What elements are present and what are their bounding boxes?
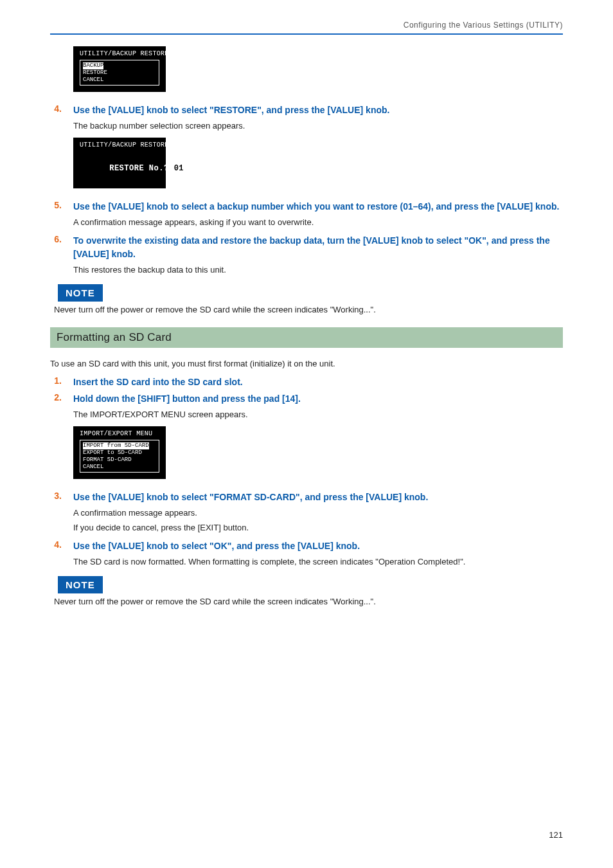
step-description: The backup number selection screen appea… xyxy=(73,120,563,132)
lcd-restore-label: RESTORE No.? xyxy=(109,164,168,173)
step-number: 2. xyxy=(50,392,62,405)
section-heading-format-sd: Formatting an SD Card xyxy=(50,327,563,348)
lcd-title: UTILITY/BACKUP RESTORE xyxy=(80,141,159,149)
step-5: 5. Use the [VALUE] knob to select a back… xyxy=(50,200,563,213)
page-number: 121 xyxy=(549,830,563,840)
step-number: 5. xyxy=(50,200,62,213)
step-instruction: Use the [VALUE] knob to select a backup … xyxy=(73,200,563,213)
step-instruction: Hold down the [SHIFT] button and press t… xyxy=(73,392,563,405)
step-instruction: Use the [VALUE] knob to select "FORMAT S… xyxy=(73,491,563,503)
lcd-menu-item: IMPORT from SD-CARD xyxy=(83,442,149,449)
step-instruction: To overwrite the existing data and resto… xyxy=(73,234,563,260)
step-number: 4. xyxy=(50,539,62,552)
step-s3: 3. Use the [VALUE] knob to select "FORMA… xyxy=(50,491,563,503)
step-s2: 2. Hold down the [SHIFT] button and pres… xyxy=(50,392,563,405)
lcd-restore-value: 01 xyxy=(173,164,185,173)
step-number: 6. xyxy=(50,234,62,260)
note-text: Never turn off the power or remove the S… xyxy=(54,304,563,316)
note-text: Never turn off the power or remove the S… xyxy=(54,596,563,608)
step-instruction: Use the [VALUE] knob to select "RESTORE"… xyxy=(73,104,563,116)
note-badge: NOTE xyxy=(58,576,103,593)
step-description: The SD card is now formatted. When forma… xyxy=(73,556,563,568)
step-4: 4. Use the [VALUE] knob to select "RESTO… xyxy=(50,104,563,116)
step-instruction: Use the [VALUE] knob to select "OK", and… xyxy=(73,539,563,552)
note-badge: NOTE xyxy=(58,284,103,302)
step-number: 4. xyxy=(50,104,62,116)
header-breadcrumb: Configuring the Various Settings (UTILIT… xyxy=(50,21,563,30)
lcd-title: UTILITY/BACKUP RESTORE xyxy=(80,50,159,57)
step-description: The IMPORT/EXPORT MENU screen appears. xyxy=(73,409,563,421)
step-s1: 1. Insert the SD card into the SD card s… xyxy=(50,375,563,388)
lcd-menu-item: BACKUP xyxy=(83,62,103,69)
section-intro: To use an SD card with this unit, you mu… xyxy=(50,358,563,370)
lcd-menu-item: RESTORE xyxy=(83,69,156,77)
step-instruction: Insert the SD card into the SD card slot… xyxy=(73,375,563,388)
lcd-import-export-menu: IMPORT/EXPORT MENU IMPORT from SD-CARD E… xyxy=(73,426,166,479)
lcd-title: IMPORT/EXPORT MENU xyxy=(80,430,159,437)
step-description: This restores the backup data to this un… xyxy=(73,264,563,276)
lcd-menu-item: CANCEL xyxy=(83,77,156,84)
step-description: A confirmation message appears. xyxy=(73,507,563,520)
step-description: A confirmation message appears, asking i… xyxy=(73,217,563,229)
lcd-menu-item: FORMAT SD-CARD xyxy=(83,457,156,464)
step-description: If you decide to cancel, press the [EXIT… xyxy=(73,522,563,534)
step-6: 6. To overwrite the existing data and re… xyxy=(50,234,563,260)
step-number: 1. xyxy=(50,375,62,388)
step-s4: 4. Use the [VALUE] knob to select "OK", … xyxy=(50,539,563,552)
lcd-restore-number: UTILITY/BACKUP RESTORE RESTORE No.?01 xyxy=(73,138,166,188)
step-number: 3. xyxy=(50,491,62,503)
header-rule xyxy=(50,33,563,35)
lcd-menu-item: EXPORT to SD-CARD xyxy=(83,449,156,457)
lcd-menu-item: CANCEL xyxy=(83,464,156,471)
lcd-backup-restore-menu: UTILITY/BACKUP RESTORE BACKUP RESTORE CA… xyxy=(73,46,166,92)
